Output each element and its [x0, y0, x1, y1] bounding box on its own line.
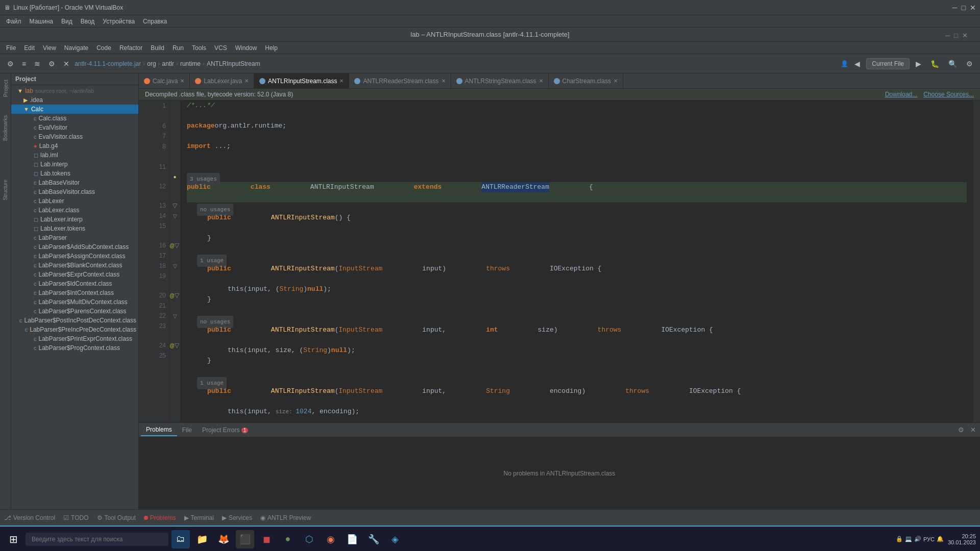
taskbar-icon-pdf[interactable]: 📄: [343, 530, 361, 548]
tree-item-printexpr[interactable]: c LabParser$PrintExprContext.class: [11, 334, 138, 343]
ide-menu-help[interactable]: Help: [261, 43, 282, 53]
tree-item-calc-class[interactable]: c Calc.class: [11, 114, 138, 123]
tree-item-calc[interactable]: ▼ Calc: [11, 105, 138, 114]
tab-calc-java[interactable]: Calc.java ✕: [139, 73, 190, 88]
ide-menu-file[interactable]: File: [2, 43, 20, 53]
taskbar-icon-tools[interactable]: 🔧: [364, 530, 383, 548]
taskbar-icon-app1[interactable]: ●: [279, 530, 297, 548]
tree-item-lab-g4[interactable]: ● Lab.g4: [11, 141, 138, 151]
start-button[interactable]: ⊞: [4, 530, 22, 548]
ide-menu-code[interactable]: Code: [92, 43, 115, 53]
tab-charstream[interactable]: CharStream.class ✕: [549, 73, 623, 88]
maximize-button[interactable]: □: [962, 4, 966, 12]
fold-icon[interactable]: ▽: [175, 342, 179, 349]
current-file-button[interactable]: Current File: [866, 58, 910, 69]
window-controls[interactable]: ─ □ ✕: [952, 4, 976, 12]
tool-output[interactable]: ⚙ Tool Output: [97, 514, 136, 521]
fold-icon[interactable]: ▽: [173, 263, 177, 269]
tree-item-postincpostdec[interactable]: c LabParser$PostIncPostDecContext.class: [11, 316, 138, 325]
vm-menu-file[interactable]: Файл: [2, 17, 26, 26]
tab-close-lablexer[interactable]: ✕: [244, 78, 249, 84]
fold-icon[interactable]: ▽: [175, 242, 179, 249]
tab-antlr-inputstream[interactable]: ANTLRInputStream.class ✕: [254, 73, 349, 88]
tree-item-parenscontext[interactable]: c LabParser$ParensContext.class: [11, 307, 138, 316]
tree-item-evalvisitor[interactable]: c EvalVisitor: [11, 123, 138, 132]
toolbar-back-btn[interactable]: ◀: [851, 58, 863, 70]
tab-close-antlr[interactable]: ✕: [339, 78, 344, 84]
structure-label[interactable]: Structure: [3, 176, 8, 205]
taskbar-icon-files[interactable]: 📁: [193, 530, 211, 548]
tool-version-control[interactable]: ⎇ Version Control: [4, 514, 55, 521]
vm-menu-help[interactable]: Справка: [139, 17, 171, 26]
code-content[interactable]: /*...*/ package org.antlr.runtime; impor…: [181, 101, 973, 422]
tree-item-lablexer[interactable]: c LabLexer: [11, 196, 138, 206]
toolbar-gear-btn[interactable]: ⚙: [963, 58, 976, 70]
ide-menu-run[interactable]: Run: [168, 43, 188, 53]
project-label[interactable]: Project: [3, 76, 9, 101]
code-editor[interactable]: 1 6 7 8 11 12 13 14 15 16 17 18 19 20: [139, 101, 980, 422]
tab-project-errors[interactable]: Project Errors 1: [197, 424, 253, 436]
taskbar-icon-terminal[interactable]: ⬛: [236, 530, 254, 548]
toolbar-build-btn[interactable]: ⚙: [4, 58, 17, 70]
toolbar-settings-btn[interactable]: ⚙: [45, 58, 58, 70]
tree-item-multdivcontext[interactable]: c LabParser$MultDivContext.class: [11, 297, 138, 307]
fold-icon[interactable]: ▽: [173, 313, 177, 319]
vm-menu-machine[interactable]: Машина: [26, 17, 57, 26]
fold-icon[interactable]: ▽: [173, 202, 177, 209]
tree-item-assigncontext[interactable]: c LabParser$AssignContext.class: [11, 252, 138, 261]
tree-item-labparser[interactable]: c LabParser: [11, 233, 138, 242]
tab-close-stringstream[interactable]: ✕: [539, 78, 543, 84]
breadcrumb-antlr[interactable]: antlr: [162, 60, 174, 67]
close-panel-btn[interactable]: ✕: [968, 425, 978, 435]
minimize-button[interactable]: ─: [952, 4, 958, 12]
download-link[interactable]: Download...: [885, 91, 917, 98]
toolbar-list-btn[interactable]: ≡: [19, 58, 29, 70]
tool-todo[interactable]: ☑ TODO: [63, 514, 88, 521]
taskbar-icon-intellij[interactable]: ◼: [257, 530, 276, 548]
vm-menu-input[interactable]: Ввод: [77, 17, 99, 26]
tree-item-exprcontext[interactable]: c LabParser$ExprContext.class: [11, 270, 138, 279]
toolbar-search-btn[interactable]: 🔍: [945, 58, 960, 70]
vm-menu-view[interactable]: Вид: [57, 17, 77, 26]
taskbar-icon-explorer[interactable]: 🗂: [172, 530, 190, 548]
tree-item-lab-tokens[interactable]: ◻ Lab.tokens: [11, 169, 138, 178]
tree-item-idea[interactable]: ▶ .idea: [11, 95, 138, 105]
ide-menu-refactor[interactable]: Refactor: [115, 43, 146, 53]
tree-item-evalvisitor-class[interactable]: c EvalVisitor.class: [11, 132, 138, 141]
taskbar-icon-blue[interactable]: ◈: [386, 530, 404, 548]
tray-lang[interactable]: РУС: [923, 536, 935, 542]
tree-item-lablexer-interp[interactable]: ◻ LabLexer.interp: [11, 215, 138, 224]
toolbar-debug-btn[interactable]: 🐛: [927, 58, 942, 70]
tree-item-idcontext[interactable]: c LabParser$IdContext.class: [11, 279, 138, 288]
tree-item-labbasevisitor[interactable]: c LabBaseVisitor: [11, 178, 138, 187]
tree-item-preincpredec[interactable]: c LabParser$PreIncPreDecContext.class: [11, 325, 138, 334]
settings-icon-btn[interactable]: ⚙: [956, 425, 966, 435]
fold-icon[interactable]: ▽: [175, 292, 179, 299]
ide-maximize[interactable]: □: [954, 32, 958, 39]
tree-item-lab-interp[interactable]: ◻ Lab.interp: [11, 160, 138, 169]
taskbar-icon-chrome[interactable]: ◉: [322, 530, 340, 548]
tab-file[interactable]: File: [177, 424, 197, 436]
choose-sources-link[interactable]: Choose Sources...: [923, 91, 974, 98]
tool-antlr-preview[interactable]: ◉ ANTLR Preview: [260, 514, 311, 521]
tab-lablexer-java[interactable]: LabLexer.java ✕: [190, 73, 254, 88]
breadcrumb-class[interactable]: ANTLRInputStream: [207, 60, 260, 67]
toolbar-run-btn[interactable]: ▶: [913, 58, 924, 70]
ide-close[interactable]: ✕: [962, 32, 968, 39]
toolbar-filter-btn[interactable]: ≋: [31, 58, 43, 70]
ide-menu-edit[interactable]: Edit: [20, 43, 39, 53]
breadcrumb-jar[interactable]: antlr-4.11.1-complete.jar: [75, 60, 141, 67]
tree-item-progcontext[interactable]: c LabParser$ProgContext.class: [11, 343, 138, 353]
tab-close-readerstream[interactable]: ✕: [442, 78, 446, 84]
tree-item-lablexer-class[interactable]: c LabLexer.class: [11, 206, 138, 215]
vm-menu-devices[interactable]: Устройства: [99, 17, 139, 26]
ide-menu-vcs[interactable]: VCS: [210, 43, 231, 53]
tab-antlr-stringstream[interactable]: ANTLRStringStream.class ✕: [451, 73, 549, 88]
tool-services[interactable]: ▶ Services: [222, 514, 252, 521]
tool-terminal[interactable]: ▶ Terminal: [184, 514, 214, 521]
taskbar-icon-vscode[interactable]: ⬡: [300, 530, 318, 548]
ide-menu-tools[interactable]: Tools: [188, 43, 210, 53]
ide-menu-navigate[interactable]: Navigate: [60, 43, 92, 53]
bookmarks-label[interactable]: Bookmarks: [3, 111, 8, 145]
tool-problems[interactable]: Problems: [144, 514, 176, 521]
